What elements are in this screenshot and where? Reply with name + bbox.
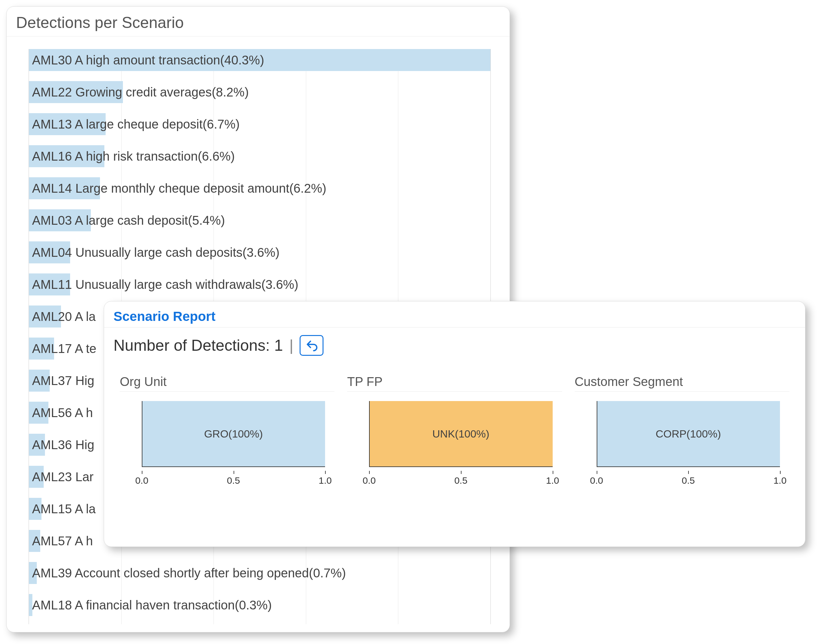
mini-chart: Customer SegmentCORP(100%)0.00.51.0 <box>575 375 789 483</box>
mini-chart-bar[interactable]: UNK(100%) <box>369 401 552 466</box>
back-button[interactable] <box>299 335 324 356</box>
detections-bar-label: AML03 A large cash deposit(5.4%) <box>32 209 225 232</box>
detections-bar-label: AML14 Large monthly cheque deposit amoun… <box>32 177 326 199</box>
mini-chart-plot[interactable]: CORP(100%)0.00.51.0 <box>575 401 789 483</box>
detections-bar-label: AML22 Growing credit averages(8.2%) <box>32 81 249 103</box>
mini-chart-tick-label: 1.0 <box>318 475 331 486</box>
mini-chart-bar-label: GRO(100%) <box>204 428 263 440</box>
undo-arrow-icon <box>305 339 318 352</box>
detections-bar-label: AML37 Hig <box>32 370 94 392</box>
mini-chart-plot[interactable]: UNK(100%)0.00.51.0 <box>347 401 562 483</box>
detections-count-label: Number of Detections: 1 <box>114 336 283 354</box>
mini-chart-bar-label: UNK(100%) <box>432 428 489 440</box>
detections-bar-label: AML04 Unusually large cash deposits(3.6%… <box>32 241 279 264</box>
scenario-report-subhead: Number of Detections: 1 | <box>104 328 805 359</box>
scenario-report-title: Scenario Report <box>104 301 805 328</box>
detections-bar-label: AML18 A financial haven transaction(0.3%… <box>32 594 272 616</box>
mini-chart-title: TP FP <box>347 375 562 392</box>
mini-chart-tick-label: 1.0 <box>773 475 787 486</box>
mini-chart-plot[interactable]: GRO(100%)0.00.51.0 <box>120 401 335 483</box>
detections-bar-label: AML39 Account closed shortly after being… <box>32 562 346 584</box>
detections-bar-label: AML17 A te <box>32 337 97 360</box>
detections-bar-label: AML57 A h <box>32 530 93 552</box>
mini-chart-title: Org Unit <box>120 375 335 392</box>
detections-bar-label: AML11 Unusually large cash withdrawals(3… <box>32 273 298 296</box>
scenario-mini-charts-row: Org UnitGRO(100%)0.00.51.0TP FPUNK(100%)… <box>104 359 805 489</box>
mini-chart-bar[interactable]: GRO(100%) <box>142 401 325 466</box>
detections-bar-label: AML20 A la <box>32 305 95 328</box>
mini-chart: Org UnitGRO(100%)0.00.51.0 <box>120 375 335 483</box>
mini-chart-bar[interactable]: CORP(100%) <box>597 401 780 466</box>
mini-chart-tick-label: 0.5 <box>227 475 240 486</box>
mini-chart-title: Customer Segment <box>575 375 789 392</box>
scenario-report-card: Scenario Report Number of Detections: 1 … <box>104 301 806 547</box>
detections-bar-label: AML36 Hig <box>32 434 94 456</box>
mini-chart-tick-label: 0.0 <box>362 475 376 486</box>
mini-chart: TP FPUNK(100%)0.00.51.0 <box>347 375 562 483</box>
mini-chart-bar-label: CORP(100%) <box>655 428 721 440</box>
detections-bar-label: AML13 A large cheque deposit(6.7%) <box>32 113 239 135</box>
mini-chart-tick-label: 0.0 <box>135 475 148 486</box>
mini-chart-tick-label: 0.5 <box>681 475 695 486</box>
detections-bar-label: AML56 A h <box>32 402 93 424</box>
detections-bar-label: AML23 Lar <box>32 466 94 488</box>
mini-chart-tick-label: 1.0 <box>546 475 559 486</box>
detections-bar-label: AML30 A high amount transaction(40.3%) <box>32 49 264 71</box>
mini-chart-tick-label: 0.5 <box>454 475 468 486</box>
mini-chart-tick-label: 0.0 <box>590 475 603 486</box>
detections-title: Detections per Scenario <box>7 7 510 37</box>
detections-bar-label: AML15 A la <box>32 498 95 520</box>
separator: | <box>289 336 293 354</box>
detections-bar-label: AML16 A high risk transaction(6.6%) <box>32 145 235 167</box>
